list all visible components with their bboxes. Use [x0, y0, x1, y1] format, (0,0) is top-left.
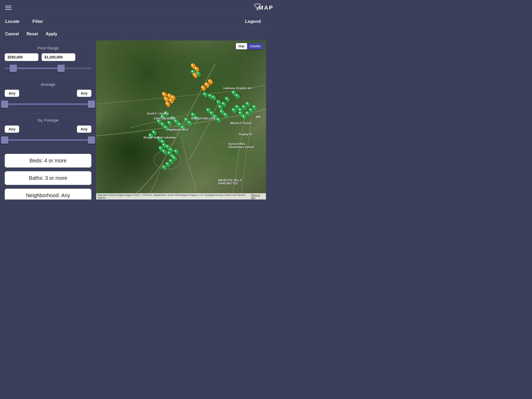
- price-min-input[interactable]: [5, 53, 38, 61]
- reset-button[interactable]: Reset: [26, 32, 38, 36]
- map-type-satellite[interactable]: Satellite: [247, 43, 263, 49]
- price-inputs: [5, 53, 91, 61]
- map-type-toggle: Map Satellite: [236, 43, 263, 49]
- acreage-range-slider[interactable]: [5, 99, 91, 109]
- sq-footage-range-slider[interactable]: [5, 135, 91, 145]
- sq-min-badge: Any: [5, 125, 19, 133]
- acreage-inputs: Any Any: [5, 90, 91, 97]
- tab-locate[interactable]: Locate: [5, 19, 19, 24]
- acreage-label: Acreage: [5, 82, 91, 87]
- sq-footage-inputs: Any Any: [5, 125, 91, 133]
- sq-footage-label: Sq. Footage: [5, 118, 91, 122]
- main-content: Price Range Acreage Any Any Sq. Footage: [0, 41, 266, 200]
- hamburger-icon[interactable]: [5, 6, 11, 10]
- map-roads-svg: [96, 41, 266, 200]
- apply-button[interactable]: Apply: [46, 32, 57, 36]
- acreage-max-badge: Any: [77, 90, 91, 97]
- cancel-button[interactable]: Cancel: [5, 32, 19, 36]
- filter-toolbar: Cancel Reset Apply: [0, 28, 266, 41]
- page-title: MAP: [258, 4, 266, 11]
- tab-filter[interactable]: Filter: [32, 19, 43, 24]
- nav-tabs: Locate Filter Legend: [0, 16, 266, 28]
- price-max-thumb[interactable]: [57, 65, 65, 72]
- map-type-map[interactable]: Map: [236, 43, 247, 49]
- price-range-slider[interactable]: [5, 64, 91, 73]
- acreage-max-thumb[interactable]: [88, 101, 95, 108]
- sq-max-thumb[interactable]: [88, 136, 95, 144]
- neighborhood-filter-button[interactable]: Neighborhood: Any: [5, 189, 91, 200]
- acreage-min-thumb[interactable]: [1, 101, 8, 108]
- map-attribution: Map data ©2015 Google Imagery ©2015 , CA…: [96, 193, 266, 200]
- filter-sidebar: Price Range Acreage Any Any Sq. Footage: [0, 41, 96, 200]
- beds-filter-button[interactable]: Beds: 4 or more: [5, 154, 91, 168]
- price-max-input[interactable]: [42, 53, 75, 61]
- price-min-thumb[interactable]: [10, 65, 17, 72]
- price-range-label: Price Range: [5, 46, 91, 50]
- tab-legend[interactable]: Legend: [245, 19, 261, 24]
- app-header: MAP: [0, 0, 266, 16]
- map-area[interactable]: ROUGH HOLLOW Scott F r Homes Rough Hollo…: [96, 41, 266, 200]
- sq-min-thumb[interactable]: [1, 136, 8, 144]
- acreage-min-badge: Any: [5, 90, 19, 97]
- sq-max-badge: Any: [77, 125, 91, 133]
- baths-filter-button[interactable]: Baths: 3 or more: [5, 171, 91, 185]
- map-container[interactable]: ROUGH HOLLOW Scott F r Homes Rough Hollo…: [96, 41, 266, 200]
